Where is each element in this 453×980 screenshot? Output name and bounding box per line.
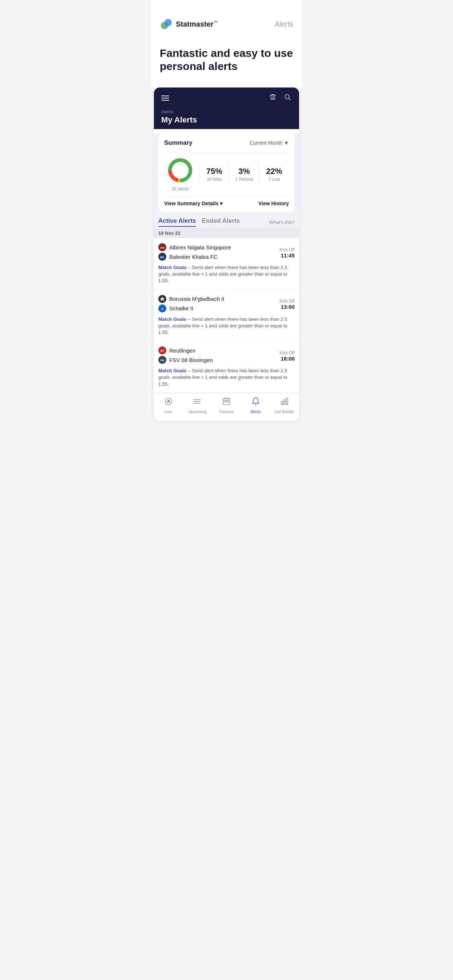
match-card: Borussia M'gladbach II S Schalke II [154,290,299,342]
svg-line-3 [289,99,291,100]
team1-logo: AN [158,243,166,251]
stat-won: 75% 24 Won [199,162,229,186]
team2-name: FSV 08 Bissingen [169,357,213,363]
match-row: Borussia M'gladbach II S Schalke II [158,295,295,314]
summary-title: Summary [164,139,192,146]
hero-section: Fantastic and easy to use personal alert… [151,35,302,88]
team-row: AN Albirex Niigata Singapore [158,243,276,251]
lost-percent: 22% [261,167,287,176]
refund-percent: 3% [231,167,257,176]
team1-logo: RT [158,346,166,355]
team2-name: Balestier Khalsa FC [169,254,218,260]
nav-item-alerts[interactable]: Alerts [245,397,266,414]
search-button[interactable] [283,92,292,103]
kickoff-area: Kick Off 11:45 [279,247,295,258]
whats-this-link[interactable]: What's this? [269,220,295,225]
app-header: Statmaster™ Alerts [151,0,302,35]
app-navbar: Alerts My Alerts [154,88,299,129]
match-row: RT Reutlingen FB [158,346,295,365]
team1-logo [158,295,166,303]
match-row: AN Albirex Niigata Singapore BK [158,243,295,262]
tab-ended-alerts[interactable]: Ended Alerts [202,217,239,227]
delete-button[interactable] [268,92,277,103]
team1-name: Reutlingen [169,347,196,354]
match-card: AN Albirex Niigata Singapore BK [154,238,299,290]
svg-rect-36 [284,399,285,405]
svg-text:FB: FB [161,359,164,362]
match-teams: AN Albirex Niigata Singapore BK [158,243,276,262]
svg-rect-37 [286,398,288,405]
team2-logo: S [158,304,166,312]
summary-stats: 32 alerts 75% 24 Won 3% 1 Refund 22% 7 L… [164,153,289,196]
hamburger-menu-icon[interactable] [161,95,169,100]
team-row: S Schalke II [158,304,276,312]
kickoff-area: Kick Off 18:00 [279,350,295,362]
soccer-ball-icon [164,397,173,408]
refund-label: 1 Refund [231,177,257,182]
alert-description: Match Goals – Send alert when there has … [158,316,295,336]
svg-text:BK: BK [160,256,164,259]
svg-marker-21 [167,399,170,403]
donut-chart: 32 alerts [164,153,199,196]
nav-item-fixtures[interactable]: Fixtures [215,397,238,414]
match-teams: RT Reutlingen FB [158,346,276,365]
lost-label: 7 Lost [261,177,287,182]
alert-type-link[interactable]: Match Goals [158,368,187,373]
won-percent: 75% [201,167,228,176]
stat-refund: 3% 1 Refund [229,162,259,186]
kickoff-area: Kick Off 13:00 [279,299,295,310]
won-label: 24 Won [201,177,228,182]
match-card: RT Reutlingen FB [154,341,299,393]
team2-name: Schalke II [169,305,193,311]
alerts-tabs: Active Alerts Ended Alerts What's this? [154,212,299,228]
stat-lost: 22% 7 Lost [259,162,289,186]
summary-header: Summary Current Month ▼ [164,139,289,146]
svg-point-2 [285,94,289,99]
logo-area: Statmaster™ [160,18,217,30]
header-page-label: Alerts [274,20,293,29]
svg-point-34 [228,401,228,402]
team1-name: Borussia M'gladbach II [169,296,224,302]
svg-point-1 [164,19,172,26]
nav-icons-right [268,92,292,103]
summary-card: Summary Current Month ▼ [158,134,295,212]
navbar-top [161,92,292,103]
team-row: BK Balestier Khalsa FC [158,253,276,261]
svg-text:S: S [161,307,163,310]
nav-item-live[interactable]: Live [158,397,179,414]
alert-type-link[interactable]: Match Goals [158,317,187,322]
summary-footer: View Summary Details ▾ View History [164,196,289,206]
alert-description: Match Goals – Send alert when there has … [158,368,295,388]
team1-name: Albirex Niigata Singapore [169,244,231,250]
team2-logo: BK [158,253,166,261]
bell-icon [251,397,260,408]
list-lines-icon [193,397,202,408]
alert-description: Match Goals – Send alert when there has … [158,264,295,285]
logo-text: Statmaster™ [176,20,217,29]
team-row: RT Reutlingen [158,346,276,355]
match-list: AN Albirex Niigata Singapore BK [154,238,299,393]
svg-rect-35 [281,401,283,405]
page-title: My Alerts [161,115,292,125]
team2-logo: FB [158,356,166,364]
logo-icon [160,18,173,30]
app-content: Summary Current Month ▼ [154,134,299,421]
tabs-left: Active Alerts Ended Alerts [158,217,240,227]
team-row: Borussia M'gladbach II [158,295,276,303]
hero-title: Fantastic and easy to use personal alert… [160,47,293,73]
bottom-navigation: Live Upcoming [154,393,299,421]
bar-chart-icon [280,397,289,408]
view-history-button[interactable]: View History [258,200,289,206]
calendar-icon [222,397,231,408]
svg-text:RT: RT [161,349,164,353]
nav-item-list-builder[interactable]: List Builder [274,397,295,414]
app-mockup: Alerts My Alerts Summary Current Month ▼ [154,88,299,421]
svg-point-32 [225,401,225,402]
nav-item-upcoming[interactable]: Upcoming [187,397,208,414]
tab-active-alerts[interactable]: Active Alerts [158,217,196,227]
alert-type-link[interactable]: Match Goals [158,265,187,270]
month-selector[interactable]: Current Month ▼ [250,140,289,146]
alerts-count-label: 32 alerts [167,186,193,191]
view-summary-details-button[interactable]: View Summary Details ▾ [164,200,222,206]
navbar-breadcrumb: Alerts My Alerts [161,109,292,125]
